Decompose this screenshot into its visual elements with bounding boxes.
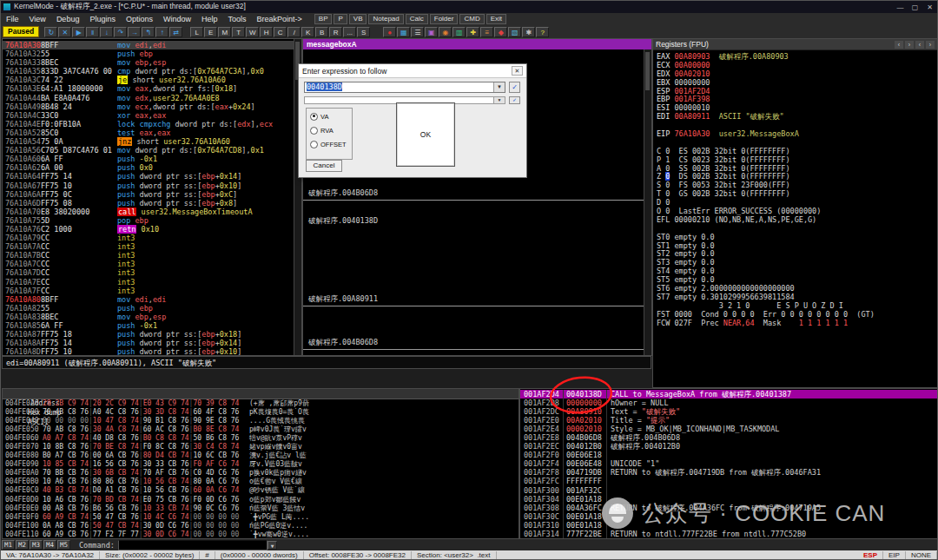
disasm-row[interactable]: 76A10A87FF75 18push dword ptr ss:[ebp+0x…	[3, 330, 301, 339]
stack-row[interactable]: 001AF31000E01A18	[520, 521, 937, 530]
memory-tab-m4[interactable]: M4	[43, 540, 56, 550]
stack-row[interactable]: 001AF2F000E06E18	[520, 451, 937, 459]
stack-row[interactable]: 001AF2DC00A80910Text = "破解失败"	[520, 407, 937, 416]
follow-entry[interactable]: 破解程序.004B06D8	[308, 338, 378, 348]
tool-exit[interactable]: Exit	[486, 14, 506, 24]
dump-row[interactable]: 004FE0B010 A6 CB 76|80 86 CB 76|10 56 CB…	[3, 478, 519, 486]
stack-row[interactable]: 001AF2E000A02010Title = "提示"	[520, 416, 937, 425]
disasm-row[interactable]: 76A10A7CCCint3	[3, 260, 301, 268]
disasm-row[interactable]: 76A10A3C74 22je short user32.76A10A60	[3, 76, 301, 84]
disasm-row[interactable]: 76A10A76C2 1000retn 0x10	[3, 225, 301, 234]
disasm-row[interactable]: 76A10A64FF75 14push dword ptr ss:[ebp+0x…	[3, 172, 301, 181]
follow-entry[interactable]: 破解程序.004B06D8	[308, 188, 378, 199]
register-line[interactable]: FCW 027F Prec NEAR,64 Mask 1 1 1 1 1 1	[657, 320, 937, 328]
toolbar-letter-b[interactable]: B	[315, 27, 328, 37]
menu-help[interactable]: Help	[196, 15, 223, 23]
disasm-row[interactable]: 76A10A6AFF75 0Cpush dword ptr ss:[ebp+0x…	[3, 190, 301, 199]
dialog-close-icon[interactable]: ✕	[512, 66, 523, 76]
pause-icon[interactable]: ‖	[86, 27, 99, 37]
toolbar-letter-s[interactable]: S	[357, 27, 370, 37]
stack-row[interactable]: 001AF30400E01A18	[520, 495, 937, 504]
disasm-row[interactable]: 76A10A6DFF75 08push dword ptr ss:[ebp+0x…	[3, 199, 301, 208]
stack-row[interactable]: 001AF2EC004012B0破解程序.004012B0	[520, 442, 937, 451]
expression-confirm-icon[interactable]: ✓	[509, 82, 520, 93]
stack-row[interactable]: 001AF2F400E06E48UNICODE "1"	[520, 459, 937, 468]
stack-row[interactable]: 001AF2E8004B06D8破解程序.004B06D8	[520, 433, 937, 442]
disasm-row[interactable]: 76A10A308BFFmov edi,edi	[3, 41, 301, 49]
register-line[interactable]: T 0 GS 002B 32bit 0(FFFFFFFF)	[657, 190, 937, 199]
registers-scroll-right-icon[interactable]: ›	[926, 41, 935, 49]
disasm-row[interactable]: 76A10A4C33C0xor eax,eax	[3, 111, 301, 120]
history-confirm-icon[interactable]: ✓	[509, 96, 520, 104]
tool-p[interactable]: P	[334, 14, 347, 24]
run-to-return-icon[interactable]: ↑	[155, 27, 168, 37]
menu-window[interactable]: Window	[158, 15, 196, 23]
radio-offset-dot[interactable]	[310, 141, 318, 148]
memory-tab-m1[interactable]: M1	[2, 540, 15, 550]
dump-row[interactable]: 004FE05070 AB C8 76|30 4A C8 74|60 AC C8…	[3, 425, 519, 434]
call-stack-icon[interactable]: ≡	[480, 27, 493, 37]
close-button[interactable]: ✕	[922, 3, 937, 11]
run-trace-icon[interactable]: ▧	[508, 27, 521, 37]
dump-row[interactable]: 004FE060A0 A7 C8 74|40 D8 C8 76|B0 C8 C8…	[3, 434, 519, 443]
tool-calc[interactable]: Calc	[406, 14, 428, 24]
disasm-row[interactable]: 76A10A8AFF75 14push dword ptr ss:[ebp+0x…	[3, 339, 301, 347]
tool-notepad[interactable]: Notepad	[368, 14, 403, 24]
tool-bp[interactable]: BP	[314, 14, 333, 24]
radio-rva-dot[interactable]	[310, 127, 318, 135]
disasm-row[interactable]: 76A10A606A FFpush -0x1	[3, 155, 301, 163]
disasm-row[interactable]: 76A10A7BCCint3	[3, 251, 301, 260]
menu-file[interactable]: File	[1, 15, 24, 23]
disasm-row[interactable]: 76A10A35833D 3A7C4A76 00cmp dword ptr ds…	[3, 67, 301, 76]
go-to-icon[interactable]: ⇄	[169, 27, 182, 37]
restart-icon[interactable]: ↻	[44, 27, 57, 37]
memory-map-icon[interactable]: ▦	[397, 27, 410, 37]
register-line[interactable]: EIP 76A10A30 user32.MessageBoxA	[657, 130, 937, 139]
combo-dropdown-icon[interactable]: ▼	[493, 82, 505, 92]
dump-row[interactable]: 004FE0C040 B3 CB 74|D0 A1 CB 76|10 56 CB…	[3, 486, 519, 495]
disasm-row[interactable]: 76A10A7FCCint3	[3, 287, 301, 295]
dump-row[interactable]: 004FE080B0 A7 CB 76|00 6A CB 76|80 D4 CB…	[3, 451, 519, 460]
stack-row[interactable]: 001AF308004A36FCRETURN to 破解程序.004A36FC …	[520, 504, 937, 512]
dump-row[interactable]: 004FE0D010 A6 CB 76|70 BD CB 74|E0 75 CB…	[3, 496, 519, 504]
dump-row[interactable]: 004FE0A070 BB CB 76|30 6B CB 74|70 AF CB…	[3, 469, 519, 478]
radio-va-dot[interactable]	[310, 113, 318, 121]
disasm-row[interactable]: 76A10A838BECmov ebp,esp	[3, 313, 301, 321]
toolbar-letter-l[interactable]: L	[190, 27, 203, 37]
close-program-icon[interactable]: ✕	[58, 27, 71, 37]
command-input[interactable]	[118, 540, 268, 550]
stack-row[interactable]: 001AF2E400002010Style = MB_OK|MB_ICONHAN…	[520, 425, 937, 433]
menu-options[interactable]: Options	[121, 15, 158, 23]
toolbar-letter-m[interactable]: M	[218, 27, 231, 37]
dump-row[interactable]: 004FE0E000 A8 CB 76|B6 56 CB 76|10 33 CB…	[3, 504, 519, 513]
stack-row[interactable]: 001AF2FCFFFFFFFF	[520, 477, 937, 485]
toolbar-letter-more[interactable]: ...	[343, 27, 356, 37]
disasm-row[interactable]: 76A10A5285C0test eax,eax	[3, 128, 301, 137]
stack-row[interactable]: 001AF314777F22BERETURN to ntdll.777F22BE…	[520, 530, 937, 538]
disasm-row[interactable]: 76A10A56C705 D87C4A76 01mov dword ptr ds…	[3, 146, 301, 155]
disasm-row[interactable]: 76A10A3255push ebp	[3, 49, 301, 58]
disasm-row[interactable]: 76A10A79CCint3	[3, 234, 301, 242]
step-over-icon[interactable]: ↷	[114, 27, 127, 37]
disasm-row[interactable]: 76A10A856A FFpush -0x1	[3, 321, 301, 330]
menu-breakpoint[interactable]: BreakPoint->	[252, 15, 307, 23]
disasm-row[interactable]: 76A10A7DCCint3	[3, 268, 301, 277]
dump-row[interactable]: 004FE11060 A9 CB 76|77 F2 7F 77|30 0D C6…	[3, 530, 519, 539]
disasm-row[interactable]: 76A10A67FF75 10push dword ptr ss:[ebp+0x…	[3, 181, 301, 190]
maximize-button[interactable]: ▢	[908, 3, 922, 11]
radio-offset[interactable]: OFFSET	[307, 138, 352, 150]
follow-pane-scrollbar[interactable]	[644, 49, 651, 355]
cpu-icon[interactable]: ▥	[452, 27, 466, 37]
dump-row[interactable]: 004FE1000A A8 CB 76|50 47 CB 74|30 0D C6…	[3, 522, 519, 530]
disasm-row[interactable]: 76A10A3E64:A1 18000000mov eax,dword ptr …	[3, 84, 301, 93]
step-into-icon[interactable]: ↓	[100, 27, 113, 37]
stack-row[interactable]: 001AF2D40040138DCALL to MessageBoxA from…	[520, 390, 937, 399]
minimize-button[interactable]: —	[893, 3, 908, 11]
memory-tab-m5[interactable]: M5	[57, 540, 70, 550]
toolbar-letter-t[interactable]: T	[232, 27, 245, 37]
trace-into-icon[interactable]: →	[128, 27, 141, 37]
toolbar-letter-w[interactable]: W	[246, 27, 259, 37]
cancel-button[interactable]: Cancel	[306, 160, 342, 172]
toolbar-letter-r[interactable]: R	[329, 27, 342, 37]
run-icon[interactable]: ▶	[72, 27, 85, 37]
